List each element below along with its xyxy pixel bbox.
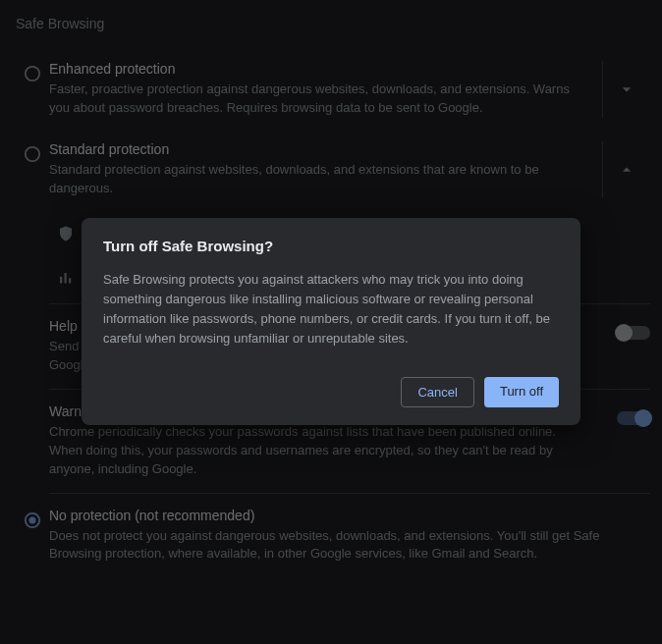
dialog-title: Turn off Safe Browsing? [103,238,559,254]
turn-off-safe-browsing-dialog: Turn off Safe Browsing? Safe Browsing pr… [82,218,580,425]
cancel-button[interactable]: Cancel [401,377,473,407]
turn-off-button[interactable]: Turn off [484,377,559,407]
dialog-body: Safe Browsing protects you against attac… [103,270,559,349]
